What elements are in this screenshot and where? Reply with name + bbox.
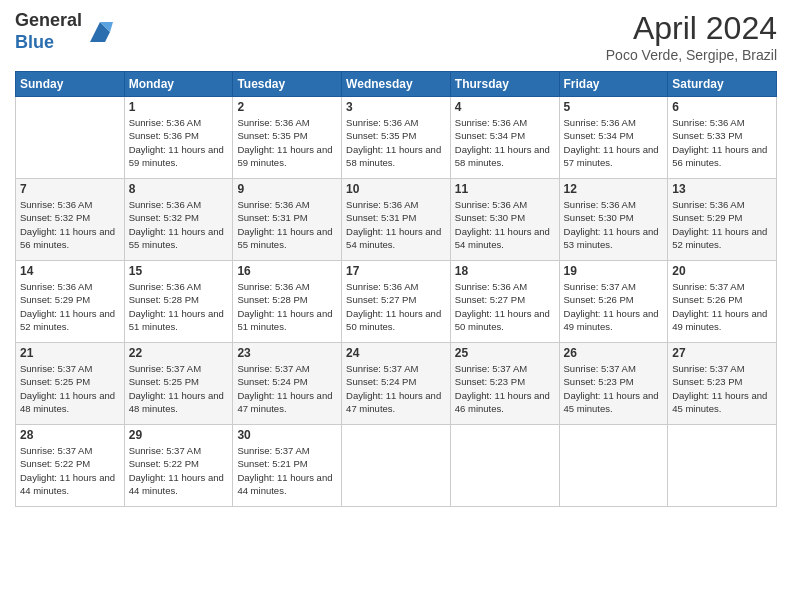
table-row: 15Sunrise: 5:36 AM Sunset: 5:28 PM Dayli… <box>124 261 233 343</box>
day-number: 26 <box>564 346 664 360</box>
col-monday: Monday <box>124 72 233 97</box>
day-number: 2 <box>237 100 337 114</box>
table-row <box>16 97 125 179</box>
col-friday: Friday <box>559 72 668 97</box>
day-number: 10 <box>346 182 446 196</box>
table-row: 27Sunrise: 5:37 AM Sunset: 5:23 PM Dayli… <box>668 343 777 425</box>
calendar-week-row: 1Sunrise: 5:36 AM Sunset: 5:36 PM Daylig… <box>16 97 777 179</box>
table-row: 19Sunrise: 5:37 AM Sunset: 5:26 PM Dayli… <box>559 261 668 343</box>
table-row: 4Sunrise: 5:36 AM Sunset: 5:34 PM Daylig… <box>450 97 559 179</box>
day-number: 11 <box>455 182 555 196</box>
calendar-week-row: 21Sunrise: 5:37 AM Sunset: 5:25 PM Dayli… <box>16 343 777 425</box>
table-row: 26Sunrise: 5:37 AM Sunset: 5:23 PM Dayli… <box>559 343 668 425</box>
day-number: 8 <box>129 182 229 196</box>
table-row: 8Sunrise: 5:36 AM Sunset: 5:32 PM Daylig… <box>124 179 233 261</box>
day-info: Sunrise: 5:36 AM Sunset: 5:29 PM Dayligh… <box>672 198 772 251</box>
day-info: Sunrise: 5:36 AM Sunset: 5:29 PM Dayligh… <box>20 280 120 333</box>
day-info: Sunrise: 5:37 AM Sunset: 5:23 PM Dayligh… <box>564 362 664 415</box>
table-row: 18Sunrise: 5:36 AM Sunset: 5:27 PM Dayli… <box>450 261 559 343</box>
table-row: 16Sunrise: 5:36 AM Sunset: 5:28 PM Dayli… <box>233 261 342 343</box>
day-info: Sunrise: 5:36 AM Sunset: 5:32 PM Dayligh… <box>20 198 120 251</box>
day-number: 18 <box>455 264 555 278</box>
day-info: Sunrise: 5:36 AM Sunset: 5:31 PM Dayligh… <box>346 198 446 251</box>
day-info: Sunrise: 5:36 AM Sunset: 5:30 PM Dayligh… <box>455 198 555 251</box>
day-info: Sunrise: 5:36 AM Sunset: 5:34 PM Dayligh… <box>564 116 664 169</box>
day-number: 3 <box>346 100 446 114</box>
day-info: Sunrise: 5:37 AM Sunset: 5:24 PM Dayligh… <box>346 362 446 415</box>
day-number: 16 <box>237 264 337 278</box>
col-sunday: Sunday <box>16 72 125 97</box>
day-info: Sunrise: 5:36 AM Sunset: 5:28 PM Dayligh… <box>237 280 337 333</box>
table-row: 30Sunrise: 5:37 AM Sunset: 5:21 PM Dayli… <box>233 425 342 507</box>
day-info: Sunrise: 5:37 AM Sunset: 5:25 PM Dayligh… <box>20 362 120 415</box>
table-row: 21Sunrise: 5:37 AM Sunset: 5:25 PM Dayli… <box>16 343 125 425</box>
table-row: 2Sunrise: 5:36 AM Sunset: 5:35 PM Daylig… <box>233 97 342 179</box>
table-row: 13Sunrise: 5:36 AM Sunset: 5:29 PM Dayli… <box>668 179 777 261</box>
day-number: 12 <box>564 182 664 196</box>
logo-general: General <box>15 10 82 32</box>
day-number: 14 <box>20 264 120 278</box>
table-row: 14Sunrise: 5:36 AM Sunset: 5:29 PM Dayli… <box>16 261 125 343</box>
table-row: 22Sunrise: 5:37 AM Sunset: 5:25 PM Dayli… <box>124 343 233 425</box>
day-info: Sunrise: 5:36 AM Sunset: 5:27 PM Dayligh… <box>455 280 555 333</box>
day-number: 25 <box>455 346 555 360</box>
logo-text: General Blue <box>15 10 82 53</box>
location-subtitle: Poco Verde, Sergipe, Brazil <box>606 47 777 63</box>
table-row: 10Sunrise: 5:36 AM Sunset: 5:31 PM Dayli… <box>342 179 451 261</box>
col-saturday: Saturday <box>668 72 777 97</box>
col-thursday: Thursday <box>450 72 559 97</box>
day-info: Sunrise: 5:36 AM Sunset: 5:31 PM Dayligh… <box>237 198 337 251</box>
month-year-title: April 2024 <box>606 10 777 47</box>
day-info: Sunrise: 5:36 AM Sunset: 5:33 PM Dayligh… <box>672 116 772 169</box>
day-number: 23 <box>237 346 337 360</box>
table-row: 17Sunrise: 5:36 AM Sunset: 5:27 PM Dayli… <box>342 261 451 343</box>
day-number: 21 <box>20 346 120 360</box>
table-row: 5Sunrise: 5:36 AM Sunset: 5:34 PM Daylig… <box>559 97 668 179</box>
day-number: 13 <box>672 182 772 196</box>
table-row: 1Sunrise: 5:36 AM Sunset: 5:36 PM Daylig… <box>124 97 233 179</box>
day-info: Sunrise: 5:37 AM Sunset: 5:22 PM Dayligh… <box>129 444 229 497</box>
main-container: General Blue April 2024 Poco Verde, Serg… <box>0 0 792 512</box>
day-info: Sunrise: 5:36 AM Sunset: 5:34 PM Dayligh… <box>455 116 555 169</box>
calendar-header-row: Sunday Monday Tuesday Wednesday Thursday… <box>16 72 777 97</box>
table-row: 9Sunrise: 5:36 AM Sunset: 5:31 PM Daylig… <box>233 179 342 261</box>
day-number: 6 <box>672 100 772 114</box>
day-number: 7 <box>20 182 120 196</box>
day-info: Sunrise: 5:37 AM Sunset: 5:25 PM Dayligh… <box>129 362 229 415</box>
day-number: 17 <box>346 264 446 278</box>
table-row: 28Sunrise: 5:37 AM Sunset: 5:22 PM Dayli… <box>16 425 125 507</box>
day-number: 4 <box>455 100 555 114</box>
calendar-week-row: 7Sunrise: 5:36 AM Sunset: 5:32 PM Daylig… <box>16 179 777 261</box>
logo-icon <box>85 17 115 47</box>
day-number: 27 <box>672 346 772 360</box>
table-row: 3Sunrise: 5:36 AM Sunset: 5:35 PM Daylig… <box>342 97 451 179</box>
header: General Blue April 2024 Poco Verde, Serg… <box>15 10 777 63</box>
day-number: 28 <box>20 428 120 442</box>
day-info: Sunrise: 5:36 AM Sunset: 5:36 PM Dayligh… <box>129 116 229 169</box>
table-row: 20Sunrise: 5:37 AM Sunset: 5:26 PM Dayli… <box>668 261 777 343</box>
day-number: 9 <box>237 182 337 196</box>
calendar-week-row: 28Sunrise: 5:37 AM Sunset: 5:22 PM Dayli… <box>16 425 777 507</box>
day-number: 1 <box>129 100 229 114</box>
table-row: 24Sunrise: 5:37 AM Sunset: 5:24 PM Dayli… <box>342 343 451 425</box>
calendar-table: Sunday Monday Tuesday Wednesday Thursday… <box>15 71 777 507</box>
table-row: 29Sunrise: 5:37 AM Sunset: 5:22 PM Dayli… <box>124 425 233 507</box>
table-row <box>668 425 777 507</box>
day-number: 30 <box>237 428 337 442</box>
table-row: 12Sunrise: 5:36 AM Sunset: 5:30 PM Dayli… <box>559 179 668 261</box>
table-row <box>450 425 559 507</box>
day-info: Sunrise: 5:37 AM Sunset: 5:24 PM Dayligh… <box>237 362 337 415</box>
day-number: 29 <box>129 428 229 442</box>
table-row: 25Sunrise: 5:37 AM Sunset: 5:23 PM Dayli… <box>450 343 559 425</box>
col-tuesday: Tuesday <box>233 72 342 97</box>
day-info: Sunrise: 5:37 AM Sunset: 5:23 PM Dayligh… <box>672 362 772 415</box>
day-info: Sunrise: 5:36 AM Sunset: 5:32 PM Dayligh… <box>129 198 229 251</box>
logo: General Blue <box>15 10 115 53</box>
calendar-week-row: 14Sunrise: 5:36 AM Sunset: 5:29 PM Dayli… <box>16 261 777 343</box>
col-wednesday: Wednesday <box>342 72 451 97</box>
table-row: 6Sunrise: 5:36 AM Sunset: 5:33 PM Daylig… <box>668 97 777 179</box>
logo-blue: Blue <box>15 32 82 54</box>
day-info: Sunrise: 5:36 AM Sunset: 5:35 PM Dayligh… <box>237 116 337 169</box>
day-number: 19 <box>564 264 664 278</box>
day-info: Sunrise: 5:36 AM Sunset: 5:28 PM Dayligh… <box>129 280 229 333</box>
